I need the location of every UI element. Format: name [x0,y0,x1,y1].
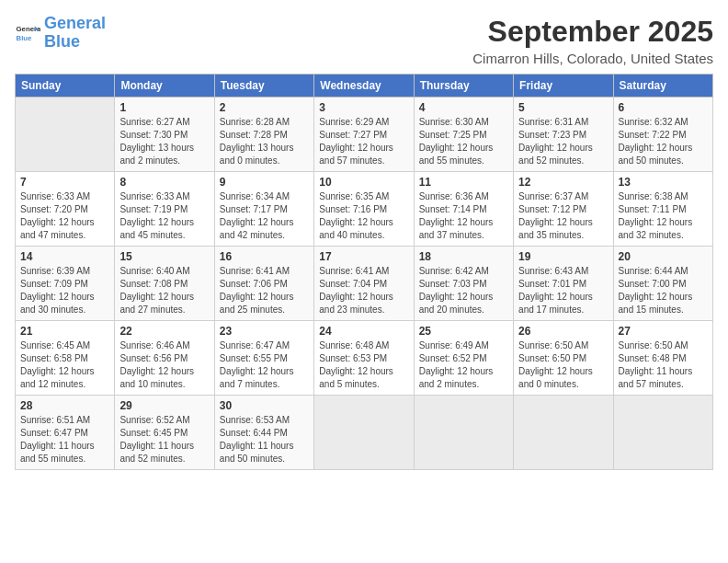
day-number: 18 [419,250,508,263]
day-number: 14 [20,250,109,263]
day-info: Sunrise: 6:27 AMSunset: 7:30 PMDaylight:… [119,116,209,167]
day-number: 6 [619,101,708,114]
title-block: September 2025 Cimarron Hills, Colorado,… [472,15,713,66]
day-number: 20 [619,250,708,263]
day-number: 3 [319,101,408,114]
logo-icon: General Blue [15,20,40,46]
calendar-cell: 29Sunrise: 6:52 AMSunset: 6:45 PMDayligh… [115,396,214,470]
calendar-cell: 3Sunrise: 6:29 AMSunset: 7:27 PMDaylight… [314,98,414,172]
calendar-cell: 11Sunrise: 6:36 AMSunset: 7:14 PMDayligh… [414,172,513,247]
calendar-week-3: 14Sunrise: 6:39 AMSunset: 7:09 PMDayligh… [16,247,713,321]
day-header-friday: Friday [514,75,613,98]
day-header-saturday: Saturday [613,75,712,98]
day-info: Sunrise: 6:45 AMSunset: 6:58 PMDaylight:… [20,339,109,391]
day-header-monday: Monday [115,75,214,98]
day-info: Sunrise: 6:31 AMSunset: 7:23 PMDaylight:… [518,116,608,167]
calendar-cell [514,396,613,470]
day-number: 30 [220,399,309,412]
calendar-week-4: 21Sunrise: 6:45 AMSunset: 6:58 PMDayligh… [16,321,713,396]
day-info: Sunrise: 6:43 AMSunset: 7:01 PMDaylight:… [518,265,608,316]
calendar-cell: 24Sunrise: 6:48 AMSunset: 6:53 PMDayligh… [314,321,414,396]
day-info: Sunrise: 6:50 AMSunset: 6:50 PMDaylight:… [518,339,608,391]
day-number: 4 [419,101,508,114]
location: Cimarron Hills, Colorado, United States [472,51,713,66]
day-info: Sunrise: 6:50 AMSunset: 6:48 PMDaylight:… [619,339,708,391]
day-info: Sunrise: 6:39 AMSunset: 7:09 PMDaylight:… [20,265,109,316]
day-number: 24 [319,325,408,338]
day-header-wednesday: Wednesday [314,75,414,98]
day-number: 19 [518,250,608,263]
calendar-header-row: SundayMondayTuesdayWednesdayThursdayFrid… [16,75,713,98]
calendar-cell: 18Sunrise: 6:42 AMSunset: 7:03 PMDayligh… [414,247,513,321]
day-number: 27 [619,325,708,338]
calendar-week-5: 28Sunrise: 6:51 AMSunset: 6:47 PMDayligh… [16,396,713,470]
day-number: 23 [220,325,309,338]
day-number: 22 [119,325,209,338]
day-info: Sunrise: 6:52 AMSunset: 6:45 PMDaylight:… [119,414,209,465]
day-number: 11 [419,176,508,189]
calendar-cell: 30Sunrise: 6:53 AMSunset: 6:44 PMDayligh… [214,396,313,470]
calendar-cell: 5Sunrise: 6:31 AMSunset: 7:23 PMDaylight… [514,98,613,172]
day-number: 29 [119,399,209,412]
day-info: Sunrise: 6:29 AMSunset: 7:27 PMDaylight:… [319,116,408,167]
calendar-cell: 4Sunrise: 6:30 AMSunset: 7:25 PMDaylight… [414,98,513,172]
day-number: 5 [518,101,608,114]
calendar-cell: 17Sunrise: 6:41 AMSunset: 7:04 PMDayligh… [314,247,414,321]
day-info: Sunrise: 6:41 AMSunset: 7:06 PMDaylight:… [220,265,309,316]
day-number: 9 [220,176,309,189]
day-info: Sunrise: 6:48 AMSunset: 6:53 PMDaylight:… [319,339,408,391]
day-info: Sunrise: 6:32 AMSunset: 7:22 PMDaylight:… [619,116,708,167]
month-year: September 2025 [472,15,713,49]
calendar-cell: 22Sunrise: 6:46 AMSunset: 6:56 PMDayligh… [115,321,214,396]
calendar-cell: 8Sunrise: 6:33 AMSunset: 7:19 PMDaylight… [115,172,214,247]
calendar-cell: 23Sunrise: 6:47 AMSunset: 6:55 PMDayligh… [214,321,313,396]
page-header: General Blue General Blue September 2025… [15,15,713,66]
calendar-cell: 15Sunrise: 6:40 AMSunset: 7:08 PMDayligh… [115,247,214,321]
calendar-cell: 2Sunrise: 6:28 AMSunset: 7:28 PMDaylight… [214,98,313,172]
day-number: 13 [619,176,708,189]
day-number: 15 [119,250,209,263]
calendar-cell: 1Sunrise: 6:27 AMSunset: 7:30 PMDaylight… [115,98,214,172]
day-header-sunday: Sunday [16,75,115,98]
day-info: Sunrise: 6:30 AMSunset: 7:25 PMDaylight:… [419,116,508,167]
calendar-cell: 14Sunrise: 6:39 AMSunset: 7:09 PMDayligh… [16,247,115,321]
logo: General Blue General Blue [15,15,106,52]
calendar-cell: 26Sunrise: 6:50 AMSunset: 6:50 PMDayligh… [514,321,613,396]
day-info: Sunrise: 6:33 AMSunset: 7:19 PMDaylight:… [119,190,209,242]
calendar-cell: 25Sunrise: 6:49 AMSunset: 6:52 PMDayligh… [414,321,513,396]
calendar-cell: 16Sunrise: 6:41 AMSunset: 7:06 PMDayligh… [214,247,313,321]
calendar-cell: 10Sunrise: 6:35 AMSunset: 7:16 PMDayligh… [314,172,414,247]
day-number: 17 [319,250,408,263]
day-number: 10 [319,176,408,189]
day-info: Sunrise: 6:41 AMSunset: 7:04 PMDaylight:… [319,265,408,316]
day-number: 26 [518,325,608,338]
day-number: 16 [220,250,309,263]
calendar-cell: 21Sunrise: 6:45 AMSunset: 6:58 PMDayligh… [16,321,115,396]
calendar-table: SundayMondayTuesdayWednesdayThursdayFrid… [15,74,713,470]
calendar-cell: 27Sunrise: 6:50 AMSunset: 6:48 PMDayligh… [613,321,712,396]
day-info: Sunrise: 6:44 AMSunset: 7:00 PMDaylight:… [619,265,708,316]
calendar-cell: 6Sunrise: 6:32 AMSunset: 7:22 PMDaylight… [613,98,712,172]
day-info: Sunrise: 6:49 AMSunset: 6:52 PMDaylight:… [419,339,508,391]
calendar-cell [613,396,712,470]
day-info: Sunrise: 6:37 AMSunset: 7:12 PMDaylight:… [518,190,608,242]
svg-text:Blue: Blue [17,34,33,42]
day-number: 12 [518,176,608,189]
day-info: Sunrise: 6:47 AMSunset: 6:55 PMDaylight:… [220,339,309,391]
logo-text: General Blue [44,15,106,52]
calendar-week-1: 1Sunrise: 6:27 AMSunset: 7:30 PMDaylight… [16,98,713,172]
day-number: 25 [419,325,508,338]
calendar-cell: 12Sunrise: 6:37 AMSunset: 7:12 PMDayligh… [514,172,613,247]
day-number: 7 [20,176,109,189]
day-info: Sunrise: 6:28 AMSunset: 7:28 PMDaylight:… [220,116,309,167]
calendar-cell: 28Sunrise: 6:51 AMSunset: 6:47 PMDayligh… [16,396,115,470]
calendar-cell: 19Sunrise: 6:43 AMSunset: 7:01 PMDayligh… [514,247,613,321]
day-header-thursday: Thursday [414,75,513,98]
calendar-cell [16,98,115,172]
day-info: Sunrise: 6:35 AMSunset: 7:16 PMDaylight:… [319,190,408,242]
day-info: Sunrise: 6:51 AMSunset: 6:47 PMDaylight:… [20,414,109,465]
day-info: Sunrise: 6:53 AMSunset: 6:44 PMDaylight:… [220,414,309,465]
day-header-tuesday: Tuesday [214,75,313,98]
day-number: 2 [220,101,309,114]
day-number: 1 [119,101,209,114]
